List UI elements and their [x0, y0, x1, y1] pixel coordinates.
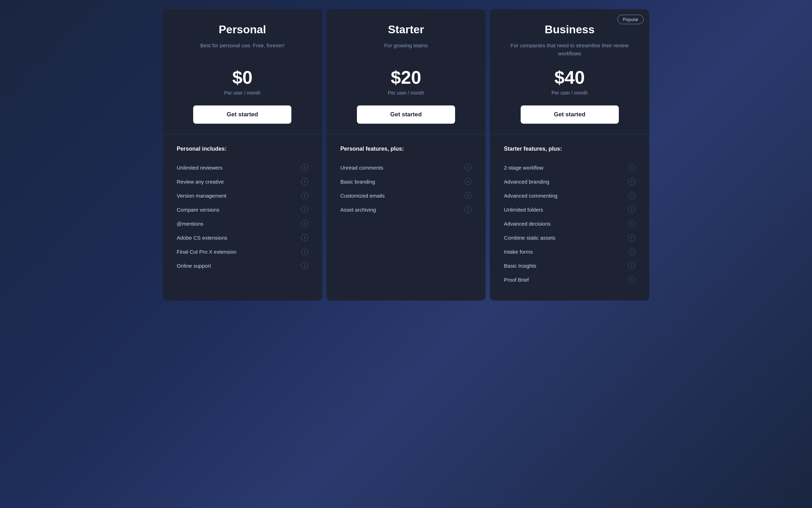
feature-item: Unread comments i — [340, 160, 472, 174]
info-icon[interactable]: i — [628, 248, 635, 255]
info-icon[interactable]: i — [628, 206, 635, 213]
info-icon[interactable]: i — [628, 262, 635, 269]
plan-price-period: Per user / month — [340, 90, 472, 96]
feature-name: Adobe CS extensions — [177, 235, 227, 241]
info-icon[interactable]: i — [628, 276, 635, 283]
feature-name: Unlimited reviewers — [177, 165, 223, 171]
plan-price-period: Per user / month — [177, 90, 308, 96]
feature-name: Compare versions — [177, 207, 219, 213]
feature-name: Intake forms — [504, 249, 533, 255]
info-icon[interactable]: i — [301, 206, 308, 213]
feature-item: Customized emails i — [340, 188, 472, 202]
plan-description: Best for personal use. Free, forever! — [177, 42, 308, 59]
plan-header: Starter For growing teams $20 Per user /… — [326, 9, 486, 135]
feature-name: Version management — [177, 193, 226, 199]
feature-name: Proof Brief — [504, 277, 529, 283]
plan-description: For growing teams — [340, 42, 472, 59]
feature-item: Adobe CS extensions i — [177, 231, 308, 245]
feature-name: Asset archiving — [340, 207, 376, 213]
info-icon[interactable]: i — [628, 178, 635, 185]
info-icon[interactable]: i — [465, 206, 472, 213]
plan-features: Personal includes: Unlimited reviewers i… — [163, 135, 322, 287]
plan-card-personal: Personal Best for personal use. Free, fo… — [163, 9, 322, 301]
feature-item: Online support i — [177, 259, 308, 273]
info-icon[interactable]: i — [465, 178, 472, 185]
plan-header: Personal Best for personal use. Free, fo… — [163, 9, 322, 135]
plan-features: Personal features, plus: Unread comments… — [326, 135, 486, 231]
info-icon[interactable]: i — [301, 248, 308, 255]
feature-item: Version management i — [177, 188, 308, 202]
plan-name: Business — [504, 23, 635, 36]
info-icon[interactable]: i — [301, 262, 308, 269]
feature-item: Unlimited folders i — [504, 202, 635, 217]
plan-name: Personal — [177, 23, 308, 36]
get-started-button[interactable]: Get started — [357, 105, 455, 124]
get-started-button[interactable]: Get started — [193, 105, 291, 124]
popular-badge: Popular — [617, 15, 644, 24]
feature-name: Unread comments — [340, 165, 384, 171]
feature-name: Combine static assets — [504, 235, 555, 241]
plan-name: Starter — [340, 23, 472, 36]
plan-price: $0 — [177, 67, 308, 88]
info-icon[interactable]: i — [301, 164, 308, 171]
feature-name: 2-stage workflow — [504, 165, 543, 171]
plan-card-business: Popular Business For companies that need… — [490, 9, 649, 301]
info-icon[interactable]: i — [301, 234, 308, 241]
feature-item: Review any creative i — [177, 174, 308, 188]
pricing-table: Personal Best for personal use. Free, fo… — [161, 7, 651, 303]
info-icon[interactable]: i — [628, 192, 635, 199]
feature-item: Advanced decisions i — [504, 217, 635, 231]
info-icon[interactable]: i — [301, 178, 308, 185]
info-icon[interactable]: i — [465, 164, 472, 171]
info-icon[interactable]: i — [465, 192, 472, 199]
feature-item: Basic Insights i — [504, 259, 635, 273]
feature-name: Advanced commenting — [504, 193, 557, 199]
features-title: Starter features, plus: — [504, 146, 635, 152]
feature-item: Combine static assets i — [504, 231, 635, 245]
info-icon[interactable]: i — [628, 164, 635, 171]
feature-item: Advanced commenting i — [504, 188, 635, 202]
feature-item: Asset archiving i — [340, 202, 472, 217]
plan-features: Starter features, plus: 2-stage workflow… — [490, 135, 649, 301]
info-icon[interactable]: i — [301, 220, 308, 227]
info-icon[interactable]: i — [628, 220, 635, 227]
features-title: Personal includes: — [177, 146, 308, 152]
feature-item: Intake forms i — [504, 245, 635, 259]
feature-name: Final Cut Pro X extension — [177, 249, 236, 255]
feature-name: Basic Insights — [504, 263, 536, 269]
feature-item: Basic branding i — [340, 174, 472, 188]
plan-price-period: Per user / month — [504, 90, 635, 96]
feature-name: Online support — [177, 263, 211, 269]
plan-header: Business For companies that need to stre… — [490, 9, 649, 135]
feature-name: @mentions — [177, 221, 203, 227]
plan-card-starter: Starter For growing teams $20 Per user /… — [326, 9, 486, 301]
feature-item: Proof Brief i — [504, 273, 635, 287]
feature-item: 2-stage workflow i — [504, 160, 635, 174]
feature-item: @mentions i — [177, 217, 308, 231]
feature-name: Advanced decisions — [504, 221, 550, 227]
info-icon[interactable]: i — [301, 192, 308, 199]
features-title: Personal features, plus: — [340, 146, 472, 152]
info-icon[interactable]: i — [628, 234, 635, 241]
feature-name: Customized emails — [340, 193, 385, 199]
feature-item: Advanced branding i — [504, 174, 635, 188]
plan-price: $40 — [504, 67, 635, 88]
plan-price: $20 — [340, 67, 472, 88]
get-started-button[interactable]: Get started — [521, 105, 619, 124]
feature-item: Final Cut Pro X extension i — [177, 245, 308, 259]
feature-name: Review any creative — [177, 179, 224, 185]
feature-name: Advanced branding — [504, 179, 549, 185]
plan-description: For companies that need to streamline th… — [504, 42, 635, 59]
feature-name: Basic branding — [340, 179, 375, 185]
feature-item: Unlimited reviewers i — [177, 160, 308, 174]
feature-name: Unlimited folders — [504, 207, 543, 213]
feature-item: Compare versions i — [177, 202, 308, 217]
